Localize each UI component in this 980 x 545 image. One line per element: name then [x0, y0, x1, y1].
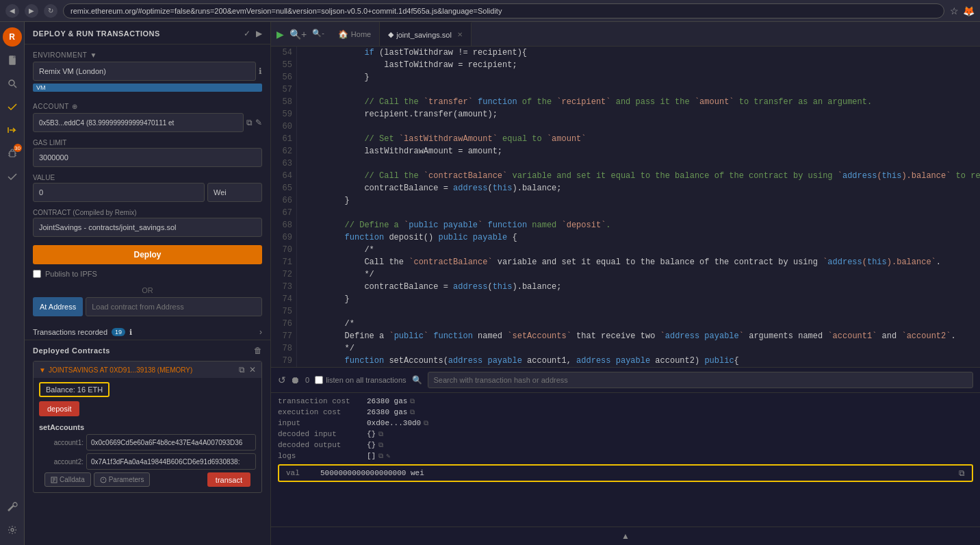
expand-terminal-button[interactable]: ▲: [617, 530, 634, 542]
value-label: VALUE: [33, 174, 262, 181]
listen-checkbox[interactable]: [315, 376, 323, 384]
gas-limit-row: [33, 148, 262, 167]
terminal-search-input[interactable]: [428, 372, 973, 388]
transactions-chevron[interactable]: ›: [259, 327, 262, 337]
parameters-button[interactable]: Parameters: [94, 472, 151, 487]
url-bar[interactable]: [63, 3, 944, 18]
log-key: decoded output: [271, 440, 360, 451]
contract-select[interactable]: JointSavings - contracts/joint_savings.s…: [33, 218, 262, 237]
forward-button[interactable]: ▶: [25, 4, 38, 18]
log-value: 26380 gas: [367, 397, 407, 405]
environment-select[interactable]: Remix VM (London): [33, 62, 256, 81]
account-select[interactable]: 0x5B3...eddC4 (83.999999999999470111 et: [33, 113, 244, 132]
logo-icon[interactable]: R: [3, 27, 22, 47]
compile-icon[interactable]: [3, 97, 22, 116]
icon-sidebar: R: [0, 22, 25, 545]
copy-instance-icon[interactable]: ⧉: [239, 365, 245, 375]
rotate-icon[interactable]: ↺: [278, 375, 286, 385]
val-key: val: [286, 469, 320, 477]
home-icon: 🏠: [338, 29, 348, 39]
log-key: transaction cost: [271, 396, 360, 407]
gas-limit-input[interactable]: [33, 148, 262, 167]
log-val: 0xd0e...30d0 ⧉: [360, 418, 980, 429]
tab-joint-savings[interactable]: ◆ joint_savings.sol ✕: [380, 22, 472, 46]
log-val: [] ⧉ ✎: [360, 451, 980, 461]
svg-line-2: [14, 86, 16, 88]
log-key: execution cost: [271, 407, 360, 418]
account1-input[interactable]: [86, 434, 256, 451]
edit-account-icon[interactable]: ✎: [255, 118, 262, 127]
code-editor[interactable]: 5455565758596061626364656667686970717273…: [271, 47, 980, 367]
contract-label: CONTRACT (Compiled by Remix): [33, 209, 262, 216]
right-side: ▶ 🔍+ 🔍- 🏠 Home ◆ joint_savings.sol ✕ 545…: [271, 22, 980, 545]
deploy-header: DEPLOY & RUN TRANSACTIONS ✓ ▶: [25, 22, 270, 45]
browser-icons: ☆ 🦊: [950, 5, 975, 16]
log-row: input 0xd0e...30d0 ⧉: [271, 418, 980, 429]
copy-icon[interactable]: ⧉: [410, 398, 415, 405]
log-value: 0xd0e...30d0: [367, 419, 421, 427]
copy-icon[interactable]: ⧉: [378, 431, 383, 438]
expand-icon[interactable]: ▶: [256, 29, 262, 38]
log-val: 26380 gas ⧉: [360, 396, 980, 407]
copy-icon[interactable]: ⧉: [424, 420, 428, 427]
extra-icon[interactable]: ✎: [386, 452, 390, 460]
publish-checkbox[interactable]: [33, 270, 41, 278]
run-icon[interactable]: ▶: [276, 29, 284, 40]
setaccounts-label: setAccounts: [39, 423, 256, 431]
log-value: {}: [367, 441, 376, 449]
copy-icon[interactable]: ⧉: [378, 453, 383, 460]
account2-input[interactable]: [86, 453, 256, 470]
value-input[interactable]: [33, 183, 205, 202]
at-address-input[interactable]: [86, 297, 262, 316]
deploy-icon[interactable]: [3, 121, 22, 140]
back-button[interactable]: ◀: [5, 4, 19, 18]
close-instance-icon[interactable]: ✕: [249, 365, 256, 375]
publish-row: Publish to IPFS: [33, 270, 262, 278]
account-row: 0x5B3...eddC4 (83.999999999999470111 et …: [33, 113, 262, 132]
bookmark-icon[interactable]: ☆: [950, 5, 959, 16]
settings-icon[interactable]: [3, 520, 22, 540]
unit-select[interactable]: Wei: [207, 183, 262, 202]
contract-instance-header[interactable]: ▼ JOINTSAVINGS AT 0XD91...39138 (MEMORY)…: [34, 362, 261, 378]
test-icon[interactable]: [3, 167, 22, 186]
tab-close-icon[interactable]: ✕: [457, 31, 463, 38]
log-value: []: [367, 452, 376, 460]
deployed-contracts-section: Deployed Contracts 🗑 ▼ JOINTSAVINGS AT 0…: [25, 340, 270, 504]
deploy-button[interactable]: Deploy: [33, 245, 262, 264]
log-row: transaction cost 26380 gas ⧉: [271, 396, 980, 407]
tab-home-label: Home: [351, 30, 371, 38]
transactions-badge: 19: [112, 328, 125, 336]
debug-icon[interactable]: 30: [3, 144, 22, 163]
tab-home[interactable]: 🏠 Home: [330, 22, 380, 46]
transactions-info-icon[interactable]: ℹ: [129, 328, 132, 337]
zoom-in-icon[interactable]: 🔍+: [289, 29, 307, 40]
transact-button[interactable]: transact: [207, 472, 250, 487]
trash-icon[interactable]: 🗑: [254, 346, 262, 355]
search-icon[interactable]: [3, 74, 22, 93]
log-val: {} ⧉: [360, 429, 980, 440]
at-address-button[interactable]: At Address: [33, 297, 83, 316]
account1-row: account1:: [39, 434, 256, 451]
menu-icon[interactable]: 🦊: [963, 5, 975, 16]
stop-icon[interactable]: ⏺: [290, 375, 300, 385]
line-numbers: 5455565758596061626364656667686970717273…: [271, 47, 297, 367]
files-icon[interactable]: [3, 51, 22, 70]
browser-bar: ◀ ▶ ↻ ☆ 🦊: [0, 0, 980, 22]
copy-icon[interactable]: ⧉: [410, 409, 415, 416]
chevron-down-icon: ▼: [39, 366, 46, 374]
deposit-button[interactable]: deposit: [39, 401, 79, 416]
terminal-search-icon: 🔍: [412, 375, 422, 385]
env-info-icon[interactable]: ℹ: [259, 66, 262, 76]
val-copy-icon[interactable]: ⧉: [959, 468, 965, 478]
log-val: 26380 gas ⧉: [360, 407, 980, 418]
tab-joint-savings-label: joint_savings.sol: [396, 31, 452, 39]
terminal-content: transaction cost 26380 gas ⧉ execution c…: [271, 393, 980, 527]
copy-account-icon[interactable]: ⧉: [246, 118, 253, 127]
listen-label: listen on all transactions: [326, 376, 406, 384]
refresh-button[interactable]: ↻: [44, 4, 57, 18]
calldata-button[interactable]: Calldata: [44, 472, 91, 487]
wrench-icon[interactable]: [3, 497, 22, 516]
copy-icon[interactable]: ⧉: [378, 442, 383, 449]
zoom-out-icon[interactable]: 🔍-: [312, 29, 324, 40]
environment-label: ENVIRONMENT ▼: [33, 51, 262, 59]
